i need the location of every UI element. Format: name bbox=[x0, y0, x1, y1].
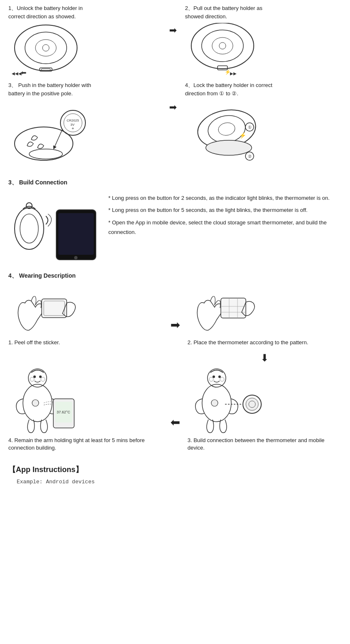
svg-text:①: ① bbox=[248, 125, 252, 129]
svg-point-46 bbox=[33, 375, 36, 378]
svg-text:◀◀◀: ◀◀◀ bbox=[12, 71, 22, 76]
svg-point-9 bbox=[202, 30, 243, 62]
wearing-bottom-row: 37.62°C 4. Remain the arm holding tight … bbox=[8, 368, 342, 452]
step4-text: 4、Lock the battery holder in correct dir… bbox=[185, 81, 277, 97]
wearing-step1-col: 1. Peel off the sticker. bbox=[8, 286, 162, 346]
svg-point-10 bbox=[212, 37, 233, 54]
svg-point-25 bbox=[218, 122, 236, 137]
battery-row-1: 1、Unlock the battery holder in correct d… bbox=[8, 4, 342, 77]
wearing-left-arrow: ⬅ bbox=[162, 368, 188, 452]
step1-illustration: ⬅ ◀◀◀ bbox=[8, 23, 83, 77]
wearing-step4-col: 37.62°C 4. Remain the arm holding tight … bbox=[8, 368, 162, 452]
wearing-down-arrow: ⬇ bbox=[188, 352, 342, 364]
svg-point-51 bbox=[32, 400, 39, 406]
svg-text:37.62°C: 37.62°C bbox=[57, 410, 70, 414]
connection-bullet3: * Open the App in mobile device, select … bbox=[108, 218, 342, 237]
svg-text:+: + bbox=[72, 126, 74, 131]
svg-point-11 bbox=[219, 42, 226, 49]
connection-bullet1: * Long press on the button for 2 seconds… bbox=[108, 193, 342, 203]
svg-point-37 bbox=[74, 256, 78, 259]
battery-row-2: 3、 Push in the battery holder with batte… bbox=[8, 81, 342, 167]
svg-rect-38 bbox=[42, 299, 67, 318]
svg-rect-40 bbox=[221, 298, 246, 318]
svg-point-1 bbox=[25, 32, 67, 64]
svg-text:⚡: ⚡ bbox=[239, 132, 247, 139]
battery-section: 1、Unlock the battery holder in correct d… bbox=[8, 4, 342, 171]
svg-point-47 bbox=[39, 375, 42, 378]
battery-col-1: 1、Unlock the battery holder in correct d… bbox=[8, 4, 165, 77]
svg-point-59 bbox=[220, 377, 224, 381]
wearing-right-arrow: ➡ bbox=[162, 286, 188, 346]
arrow-1: ➡ bbox=[169, 25, 177, 36]
wearing-middle-arrows: ⬇ bbox=[8, 351, 342, 366]
step2-text: 2、Pull out the battery holder as showed … bbox=[185, 4, 277, 20]
svg-point-3 bbox=[42, 45, 49, 51]
svg-text:▶▶: ▶▶ bbox=[230, 71, 237, 76]
connection-row: * Long press on the button for 2 seconds… bbox=[8, 193, 342, 264]
build-connection-header: 3、 Build Connection bbox=[8, 179, 342, 186]
wearing-step2-col: 2. Place the thermometer according to th… bbox=[188, 286, 342, 346]
arrow-2: ➡ bbox=[169, 102, 177, 113]
wearing-step2-label: 2. Place the thermometer according to th… bbox=[188, 339, 308, 346]
svg-text:②: ② bbox=[248, 154, 252, 159]
wearing-step3-col: 3. Build connection between the thermome… bbox=[188, 368, 342, 452]
svg-point-49 bbox=[41, 377, 45, 381]
step3-illustration: CR2025 3V + bbox=[8, 100, 92, 167]
app-instructions-header: 【App Instructions】 bbox=[8, 465, 342, 475]
battery-col-3: 3、 Push in the battery holder with batte… bbox=[8, 81, 165, 167]
wearing-top-row: 1. Peel off the sticker. ➡ 2. Place the … bbox=[8, 286, 342, 346]
svg-point-56 bbox=[212, 375, 215, 378]
svg-point-2 bbox=[35, 40, 56, 56]
svg-rect-5 bbox=[41, 69, 50, 70]
wearing-header: 4、 Wearing Description bbox=[8, 272, 342, 280]
battery-col-2: 2、Pull out the battery holder as showed … bbox=[185, 4, 342, 77]
step3-text: 3、 Push in the battery holder with batte… bbox=[8, 81, 100, 97]
svg-point-33 bbox=[20, 214, 38, 243]
svg-point-16 bbox=[29, 149, 62, 159]
connection-text-block: * Long press on the button for 2 seconds… bbox=[108, 193, 342, 237]
app-example-text: Example: Android devices bbox=[17, 479, 342, 485]
battery-col-4: 4、Lock the battery holder in correct dir… bbox=[185, 81, 342, 167]
svg-text:CR2025: CR2025 bbox=[67, 119, 79, 122]
connection-bullet2: * Long press on the button for 5 seconds… bbox=[108, 205, 342, 215]
svg-rect-36 bbox=[58, 213, 94, 255]
wearing-step3-label: 3. Build connection between the thermome… bbox=[188, 437, 342, 452]
svg-point-48 bbox=[30, 377, 34, 381]
svg-point-61 bbox=[211, 400, 218, 406]
wearing-step4-label: 4. Remain the arm holding tight at least… bbox=[8, 437, 162, 452]
svg-point-57 bbox=[218, 375, 221, 378]
svg-point-63 bbox=[246, 398, 258, 410]
wearing-step1-label: 1. Peel off the sticker. bbox=[8, 339, 60, 346]
svg-point-26 bbox=[206, 140, 252, 155]
step1-text: 1、Unlock the battery holder in correct d… bbox=[8, 4, 100, 20]
step4-illustration: ① ② ⚡ bbox=[185, 100, 268, 167]
connection-illustration bbox=[8, 193, 100, 264]
svg-line-22 bbox=[54, 129, 62, 148]
step2-illustration: ⚡ ▶▶ bbox=[185, 23, 260, 77]
app-instructions-section: 【App Instructions】 Example: Android devi… bbox=[8, 465, 342, 485]
svg-point-58 bbox=[209, 377, 213, 381]
